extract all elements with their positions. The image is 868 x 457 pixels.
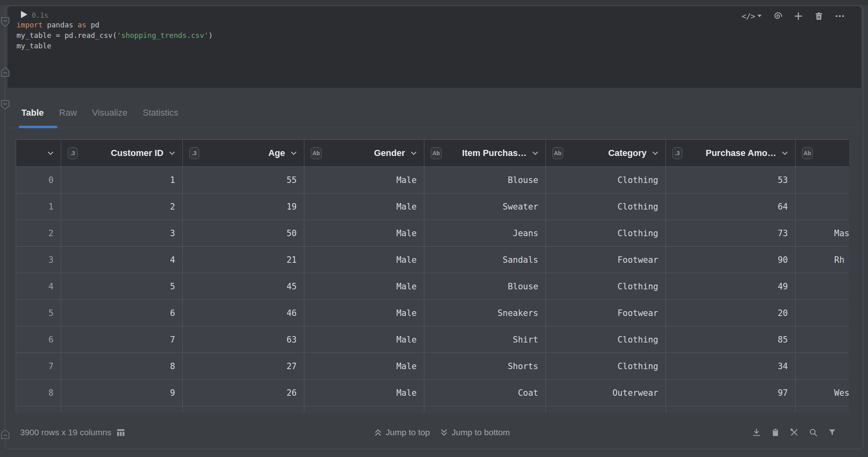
table-cell: 9 — [61, 380, 183, 406]
more-options-icon[interactable] — [835, 11, 845, 21]
column-label: Gender — [374, 148, 405, 158]
ai-assistant-icon[interactable] — [773, 11, 783, 21]
table-body: 0155MaleBlouseClothing531219MaleSweaterC… — [16, 167, 849, 413]
table-cell: Sneakers — [424, 300, 546, 326]
table-cell: 50 — [183, 220, 304, 247]
table-cell: 63 — [183, 326, 304, 353]
notebook-cell: 0.1s </> — [5, 6, 863, 449]
table-cell: Male — [304, 247, 424, 273]
output-tabs: TableRawVisualizeStatistics — [21, 107, 178, 119]
table-cell — [796, 406, 849, 413]
column-header-category[interactable]: AbCategory — [546, 140, 666, 167]
row-index: 3 — [16, 247, 61, 273]
tab-visualize[interactable]: Visualize — [92, 108, 128, 118]
fold-marker-code-end[interactable] — [1, 67, 10, 77]
table-cell: 97 — [666, 380, 796, 406]
add-cell-icon[interactable] — [794, 11, 803, 21]
fold-marker-output-end[interactable] — [1, 429, 10, 439]
table-cell: Blouse — [424, 167, 546, 193]
jump-links: Jump to top Jump to bottom — [374, 427, 510, 438]
clipboard-icon[interactable] — [771, 428, 780, 437]
column-label: Item Purchas… — [462, 148, 527, 158]
column-header-item-purchas[interactable]: AbItem Purchas… — [424, 140, 546, 167]
table-cell: Wes — [796, 380, 849, 406]
column-label: Purchase Amo… — [706, 148, 776, 158]
column-type-badge: Ab — [311, 147, 322, 159]
code-line: my_table = pd.read_csv('shopping_trends.… — [17, 30, 213, 41]
column-type-badge: .3 — [189, 147, 199, 159]
table-cell: Clothing — [546, 167, 666, 193]
double-chevron-up-icon — [374, 429, 382, 436]
code-editor[interactable]: import pandas as pdmy_table = pd.read_cs… — [17, 20, 213, 51]
header-row: .3Customer ID.3AgeAbGenderAbItem Purchas… — [16, 140, 849, 167]
tools-icon[interactable] — [789, 428, 799, 437]
dataframe-viewport: .3Customer ID.3AgeAbGenderAbItem Purchas… — [16, 139, 849, 413]
table-cell: Male — [304, 193, 424, 220]
table-row: 6763MaleShirtClothing85 — [16, 326, 849, 353]
table-cell: Mas — [796, 220, 849, 247]
table-cell — [796, 273, 849, 300]
jump-to-top-link[interactable]: Jump to top — [374, 428, 430, 437]
column-type-badge: Ab — [431, 147, 442, 159]
table-cell: 1 — [61, 167, 183, 193]
column-header-gender[interactable]: AbGender — [304, 140, 424, 167]
table-cell: Male — [304, 326, 424, 353]
row-index: 5 — [16, 300, 61, 326]
table-cell — [61, 406, 183, 413]
table-cell: 8 — [61, 353, 183, 380]
table-cell: 5 — [61, 273, 183, 300]
tab-statistics[interactable]: Statistics — [143, 108, 178, 118]
column-header[interactable]: Ab — [796, 140, 849, 167]
table-cell: Shirt — [424, 326, 546, 353]
jump-to-bottom-link[interactable]: Jump to bottom — [440, 428, 510, 437]
delete-cell-icon[interactable] — [814, 11, 824, 21]
table-cell: Jeans — [424, 220, 546, 247]
chevron-down-icon — [652, 152, 658, 155]
table-row: 3421MaleSandalsFootwear90Rh — [16, 247, 849, 273]
table-cell: Outerwear — [546, 380, 666, 406]
table-cell: 3 — [61, 220, 183, 247]
run-cell-button[interactable] — [21, 11, 27, 18]
row-index: 4 — [16, 273, 61, 300]
code-line: my_table — [17, 41, 213, 51]
column-header-purchase-amo[interactable]: .3Purchase Amo… — [666, 140, 796, 167]
column-header-customer-id[interactable]: .3Customer ID — [61, 140, 183, 167]
fold-marker-output-start[interactable] — [1, 100, 10, 110]
column-type-badge: Ab — [802, 147, 813, 159]
row-index: 2 — [16, 220, 61, 247]
column-header[interactable] — [16, 140, 61, 167]
table-cell: 19 — [183, 193, 304, 220]
table-cell: Clothing — [546, 326, 666, 353]
download-icon[interactable] — [752, 428, 761, 437]
fold-marker-code-start[interactable] — [1, 17, 10, 27]
table-cell: Male — [304, 380, 424, 406]
table-cell: Shorts — [424, 353, 546, 380]
cell-type-selector[interactable]: </> — [742, 11, 762, 21]
table-cell — [16, 406, 61, 413]
search-icon[interactable] — [808, 428, 818, 437]
table-cell — [546, 406, 666, 413]
table-row: 5646MaleSneakersFootwear20 — [16, 300, 849, 326]
cell-toolbar: </> — [742, 11, 845, 21]
chevron-down-icon — [757, 15, 762, 17]
table-cell: 4 — [61, 247, 183, 273]
table-cell: 73 — [666, 220, 796, 247]
tab-raw[interactable]: Raw — [59, 108, 77, 118]
table-cell: 21 — [183, 247, 304, 273]
tab-table[interactable]: Table — [21, 108, 44, 118]
row-index: 8 — [16, 380, 61, 406]
column-type-badge: .3 — [672, 147, 682, 159]
table-footer-toolbar — [752, 428, 837, 437]
columns-list-icon[interactable] — [117, 428, 125, 436]
table-cell: Rh — [796, 247, 849, 273]
table-dimensions: 3900 rows x 19 columns — [20, 427, 125, 438]
table-cell: 6 — [61, 300, 183, 326]
chevron-down-icon — [48, 152, 54, 155]
table-cell: 49 — [666, 273, 796, 300]
double-chevron-down-icon — [440, 429, 448, 436]
code-cell-type-icon: </> — [742, 11, 755, 21]
column-header-age[interactable]: .3Age — [183, 140, 304, 167]
filter-icon[interactable] — [827, 428, 837, 437]
table-cell — [796, 193, 849, 220]
notebook-screen: 0.1s </> — [0, 0, 868, 457]
